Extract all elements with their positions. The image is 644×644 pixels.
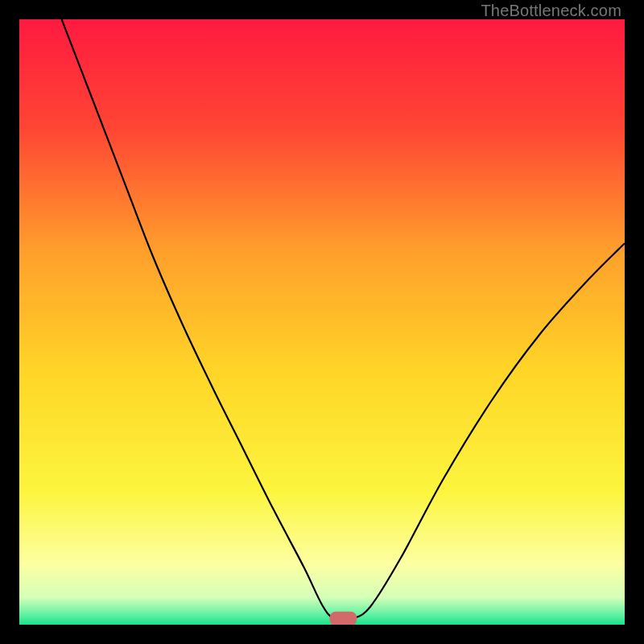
watermark-label: TheBottleneck.com (481, 2, 621, 20)
optimal-marker (329, 612, 357, 625)
bottleneck-curve (62, 19, 625, 621)
plot-area (19, 19, 625, 625)
curve-layer (19, 19, 625, 625)
chart-frame: TheBottleneck.com (0, 0, 644, 644)
